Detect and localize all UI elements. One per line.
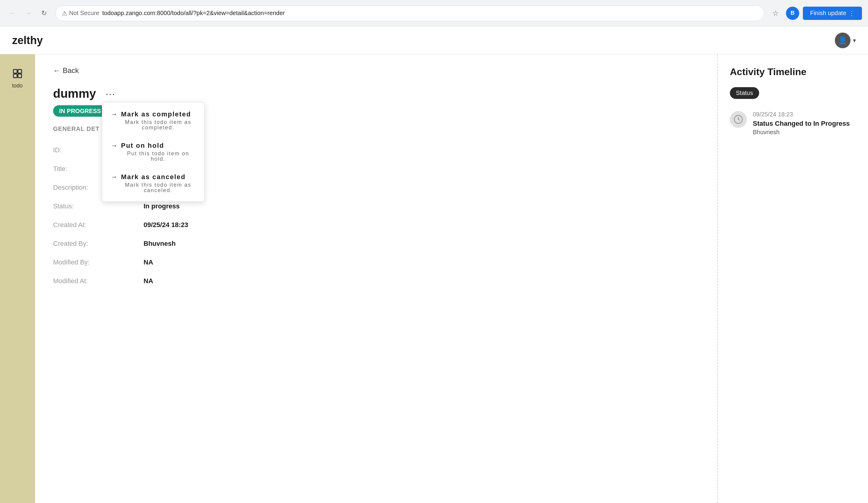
user-avatar-button[interactable]: 👤 [835, 33, 850, 48]
detail-label-modified-by: Modified By: [53, 259, 144, 266]
detail-value-modified-by: NA [144, 259, 153, 266]
dropdown-item-complete-title: → Mark as completed [111, 111, 196, 118]
detail-row-modified-at: Modified At: NA [53, 272, 699, 290]
back-link[interactable]: ← Back [53, 66, 699, 75]
detail-title: dummy [53, 87, 96, 101]
dropdown-item-complete[interactable]: → Mark as completed Mark this todo item … [102, 105, 204, 136]
arrow-icon-hold: → [111, 142, 118, 149]
detail-label-status: Status: [53, 202, 144, 210]
dropdown-item-hold[interactable]: → Put on hold Put this todo item on hold… [102, 136, 204, 168]
warning-icon: ⚠ [62, 10, 67, 17]
dropdown-item-cancel-title: → Mark as canceled [111, 174, 196, 180]
timeline-time: 09/25/24 18:23 [753, 111, 850, 118]
back-label: Back [63, 66, 79, 75]
sidebar: todo [0, 54, 35, 503]
status-filter-badge[interactable]: Status [730, 87, 759, 99]
finish-update-button[interactable]: Finish update ⋮ [803, 7, 862, 20]
reload-button[interactable]: ↻ [38, 7, 51, 20]
not-secure-label: Not Secure [69, 10, 99, 17]
svg-rect-0 [13, 70, 17, 73]
back-nav-button[interactable]: ← [6, 7, 19, 20]
dropdown-item-cancel-desc: Mark this todo item as canceled. [120, 182, 196, 193]
content-area: ← Back dummy ··· → [35, 54, 868, 503]
svg-rect-2 [13, 74, 17, 78]
nav-buttons: ← → ↻ [6, 7, 51, 20]
browser-actions: ☆ B Finish update ⋮ [769, 7, 862, 20]
browser-chrome: ← → ↻ ⚠ Not Secure todoapp.zango.com:800… [0, 0, 868, 27]
detail-value-status: In progress [144, 202, 180, 210]
sidebar-item-todo[interactable]: todo [0, 62, 35, 94]
timeline-icon [730, 111, 747, 128]
app-container: zelthy 👤 ▾ todo [0, 27, 868, 503]
more-options-button[interactable]: ··· → Mark as completed Mark this todo i… [102, 88, 119, 100]
address-bar[interactable]: ⚠ Not Secure todoapp.zango.com:8000/todo… [55, 6, 764, 21]
right-panel: Activity Timeline Status 09/25/24 18:23 … [717, 54, 868, 503]
arrow-icon-complete: → [111, 111, 118, 118]
todo-icon [11, 67, 24, 80]
app-header: zelthy 👤 ▾ [0, 27, 868, 54]
back-arrow-icon: ← [53, 66, 60, 75]
detail-value-created-at: 09/25/24 18:23 [144, 221, 188, 229]
dropdown-item-complete-desc: Mark this todo item as completed. [120, 119, 196, 130]
dropdown-item-hold-title: → Put on hold [111, 142, 196, 149]
finish-update-icon: ⋮ [849, 10, 855, 17]
dropdown-item-hold-desc: Put this todo item on hold. [120, 151, 196, 161]
timeline-user: Bhuvnesh [753, 129, 850, 136]
sidebar-item-todo-label: todo [12, 83, 23, 89]
main-content: ← Back dummy ··· → [35, 54, 717, 503]
svg-rect-1 [18, 70, 21, 73]
chevron-down-icon: ▾ [853, 37, 856, 44]
finish-update-label: Finish update [810, 10, 846, 17]
detail-row-modified-by: Modified By: NA [53, 253, 699, 272]
not-secure-badge: ⚠ Not Secure [62, 10, 99, 17]
activity-title: Activity Timeline [730, 66, 856, 77]
detail-row-created-at: Created At: 09/25/24 18:23 [53, 216, 699, 234]
app-logo: zelthy [12, 34, 43, 47]
profile-button[interactable]: B [786, 7, 799, 20]
options-wrapper: ··· → Mark as completed Mark this todo i… [102, 88, 119, 100]
detail-label-created-at: Created At: [53, 221, 144, 229]
dropdown-menu: → Mark as completed Mark this todo item … [102, 102, 205, 202]
detail-header: dummy ··· → Mark as completed [53, 87, 699, 101]
timeline-content: 09/25/24 18:23 Status Changed to In Prog… [753, 111, 850, 136]
detail-label-created-by: Created By: [53, 240, 144, 248]
detail-row-created-by: Created By: Bhuvnesh [53, 234, 699, 253]
detail-label-modified-at: Modified At: [53, 277, 144, 285]
forward-nav-button[interactable]: → [22, 7, 35, 20]
timeline-item: 09/25/24 18:23 Status Changed to In Prog… [730, 111, 856, 136]
user-avatar-icon: 👤 [838, 36, 847, 45]
arrow-icon-cancel: → [111, 174, 118, 180]
dropdown-item-cancel[interactable]: → Mark as canceled Mark this todo item a… [102, 168, 204, 199]
bookmark-button[interactable]: ☆ [769, 7, 782, 20]
status-badge: IN PROGRESS [53, 105, 107, 117]
user-menu[interactable]: 👤 ▾ [835, 33, 856, 48]
detail-value-created-by: Bhuvnesh [144, 240, 176, 248]
url-text: todoapp.zango.com:8000/todo/all/?pk=2&vi… [102, 10, 758, 17]
main-layout: todo ← Back dummy ··· [0, 54, 868, 503]
detail-value-modified-at: NA [144, 277, 153, 285]
svg-rect-3 [18, 74, 21, 78]
timeline-description: Status Changed to In Progress [753, 120, 850, 128]
